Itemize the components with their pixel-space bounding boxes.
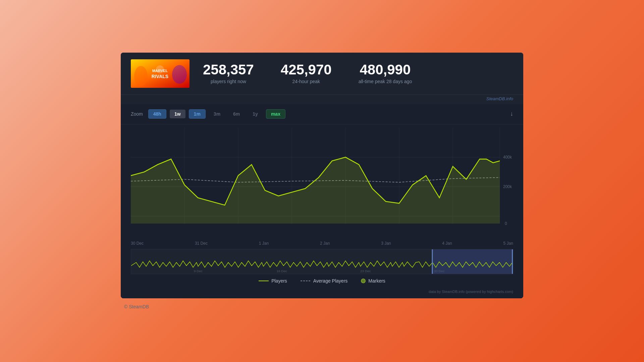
zoom-1w-button[interactable]: 1w [170,110,185,118]
svg-text:RIVALS: RIVALS [152,74,168,79]
current-players-number: 258,357 [203,63,254,77]
main-panel: MARVEL RIVALS 258,357 players right now … [121,53,523,298]
24h-peak-label: 24-hour peak [292,79,320,84]
x-label-30dec: 30 Dec [131,241,144,246]
svg-point-4 [172,65,187,84]
svg-text:0: 0 [505,221,507,226]
download-button[interactable]: ↓ [510,110,513,117]
alltime-peak-number: 480,990 [360,63,411,77]
legend-markers-dot [361,279,366,283]
x-axis: 30 Dec 31 Dec 1 Jan 2 Jan 3 Jan 4 Jan 5 … [121,238,523,249]
legend-markers: Markers [361,278,385,284]
header: MARVEL RIVALS 258,357 players right now … [121,53,523,95]
zoom-48h-button[interactable]: 48h [148,109,166,119]
zoom-max-button[interactable]: max [266,109,285,119]
x-label-5jan: 5 Jan [503,241,513,246]
legend: Players Average Players Markers [121,274,523,288]
stat-24h-peak: 425,970 24-hour peak [281,63,332,84]
24h-peak-number: 425,970 [281,63,332,77]
mini-chart-svg: 9 Dec 16 Dec 23 Dec 30 Dec [131,249,513,274]
stats-group: 258,357 players right now 425,970 24-hou… [203,63,513,84]
x-label-3jan: 3 Jan [381,241,391,246]
svg-rect-21 [432,249,513,274]
legend-avg-players-label: Average Players [313,278,347,284]
game-thumbnail: MARVEL RIVALS [131,59,190,88]
legend-players-line [259,281,269,281]
svg-rect-26 [432,249,433,274]
legend-avg-players-line [301,281,311,281]
x-label-1jan: 1 Jan [259,241,269,246]
svg-text:400k: 400k [503,155,512,160]
x-label-31dec: 31 Dec [195,241,208,246]
stat-current-players: 258,357 players right now [203,63,254,84]
alltime-peak-label: all-time peak 28 days ago [359,79,412,84]
svg-point-5 [156,65,164,73]
svg-text:16 Dec: 16 Dec [276,269,287,273]
zoom-1y-button[interactable]: 1y [248,110,263,118]
mini-chart[interactable]: 9 Dec 16 Dec 23 Dec 30 Dec [131,249,513,274]
legend-players-label: Players [271,278,287,284]
chart-controls: Zoom 48h 1w 1m 3m 6m 1y max ↓ [121,104,523,124]
main-chart: 400k 200k 0 [121,124,523,238]
svg-point-3 [134,66,148,86]
footer-text: © SteamDB [124,304,149,309]
svg-marker-16 [131,157,500,224]
x-label-2jan: 2 Jan [320,241,330,246]
legend-markers-label: Markers [368,278,385,284]
legend-avg-players: Average Players [301,278,347,284]
zoom-3m-button[interactable]: 3m [209,110,225,118]
chart-svg: 400k 200k 0 [131,128,513,238]
data-credit: data by SteamDB.info (powered by highcha… [121,288,523,298]
current-players-label: players right now [211,79,246,84]
svg-rect-27 [512,249,513,274]
svg-text:23 Dec: 23 Dec [360,269,371,273]
x-label-4jan: 4 Jan [442,241,452,246]
zoom-1m-button[interactable]: 1m [189,109,206,119]
footer: © SteamDB [121,304,523,310]
zoom-label: Zoom [131,111,143,117]
svg-text:200k: 200k [503,184,512,189]
svg-text:9 Dec: 9 Dec [194,269,203,273]
legend-players: Players [259,278,287,284]
steamdb-credit: SteamDB.info [121,95,523,104]
stat-alltime-peak: 480,990 all-time peak 28 days ago [359,63,412,84]
zoom-6m-button[interactable]: 6m [228,110,245,118]
svg-text:30 Dec: 30 Dec [434,269,445,273]
